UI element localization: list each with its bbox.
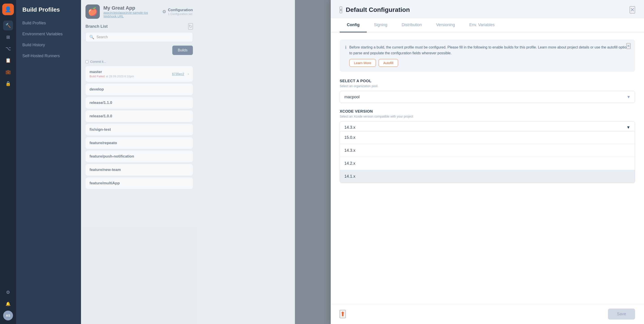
app-name: My Great App <box>104 5 148 11</box>
sidebar-item-build[interactable]: 🔨 <box>3 20 13 30</box>
branch-item-release-1-0-0[interactable]: release/1.0.0 <box>86 110 193 122</box>
xcode-label: XCODE VERSION <box>340 109 635 114</box>
search-icon: 🔍 <box>89 35 94 39</box>
nav-build-history[interactable]: Build History <box>16 39 81 50</box>
refresh-button[interactable]: ↻ <box>188 23 193 29</box>
branch-item-feature-repeato[interactable]: feature/repeato <box>86 137 193 149</box>
avatar[interactable]: AS <box>3 311 13 321</box>
main-content: Build Profiles Build Profiles Environmen… <box>16 0 644 324</box>
branch-name: master <box>90 70 134 74</box>
pool-sublabel: Select an organization pool. <box>340 84 635 88</box>
branch-name: fix/sign-test <box>90 127 111 132</box>
code-icon: ⌥ <box>5 46 11 52</box>
xcode-selected-value: 14.3.x <box>344 125 355 130</box>
xcode-section: XCODE VERSION Select an Xcode version co… <box>340 109 635 183</box>
xcode-option-14-3-x[interactable]: 14.3.x <box>340 144 635 157</box>
app-icon: 🍎 <box>86 4 100 19</box>
config-sub: 1 Configuration set <box>168 12 193 16</box>
builds-label: Builds <box>178 48 188 52</box>
autofill-button[interactable]: Autofill <box>378 59 398 67</box>
branch-item-fix-sign-test[interactable]: fix/sign-test <box>86 124 193 135</box>
pool-section: SELECT A POOL Select an organization poo… <box>340 79 635 103</box>
panel-title: Default Configuration <box>346 6 410 13</box>
pool-label: SELECT A POOL <box>340 79 635 83</box>
tab-distribution[interactable]: Distribution <box>394 18 429 32</box>
xcode-sublabel: Select an Xcode version compatible with … <box>340 115 635 118</box>
right-panel: ‹ Default Configuration ✕ Config Signing… <box>331 0 644 324</box>
info-icon: ℹ <box>345 45 346 50</box>
panel-footer: ⬆ Save <box>331 304 644 324</box>
sidebar-item-clipboard[interactable]: 📋 <box>3 55 13 65</box>
close-button[interactable]: ✕ <box>630 6 635 13</box>
branch-item-master[interactable]: master Build Failed at 28.09.2023 6:10pm… <box>86 66 193 82</box>
learn-more-button[interactable]: Learn More <box>349 59 376 67</box>
commit-hash[interactable]: 6735ec2 <box>172 72 184 76</box>
branch-name: release/1.1.0 <box>90 101 112 105</box>
commit-label: Commit it... <box>90 60 106 63</box>
banner-text: Before starting a build, the current pro… <box>349 44 630 56</box>
panel-header: ‹ Default Configuration ✕ <box>331 0 644 18</box>
branch-name: feature/repeato <box>90 141 117 145</box>
commit-checkbox[interactable] <box>86 60 88 63</box>
nav-self-hosted-runners[interactable]: Self-Hosted Runners <box>16 50 81 61</box>
briefcase-icon: 💼 <box>5 69 11 75</box>
xcode-dropdown-list: 15.0.x 14.3.x 14.2.x 14.1.x <box>340 131 635 183</box>
xcode-chevron-icon: ▼ <box>626 125 630 130</box>
branch-item-feature-push-notification[interactable]: feature/push-notification <box>86 151 193 162</box>
chevron-icon: › <box>188 72 189 76</box>
sidebar-item-code[interactable]: ⌥ <box>3 44 13 54</box>
branch-item-feature-new-team[interactable]: feature/new-team <box>86 164 193 176</box>
branch-name: feature/push-notification <box>90 154 134 159</box>
nav-build-profiles[interactable]: Build Profiles <box>16 18 81 29</box>
tab-versioning[interactable]: Versioning <box>429 18 462 32</box>
xcode-option-15-0-x[interactable]: 15.0.x <box>340 131 635 144</box>
app-webhook[interactable]: Webhook URL <box>104 14 148 18</box>
config-text: Configuration <box>168 8 193 12</box>
left-panel-title: Build Profiles <box>16 0 81 18</box>
right-panel-overlay: ‹ Default Configuration ✕ Config Signing… <box>295 0 644 324</box>
center-panel: 🍎 My Great App appcircleio/appcircle-sam… <box>81 0 197 324</box>
branch-name: feature/new-team <box>90 167 121 172</box>
branch-item-feature-multiapp[interactable]: feature/multiApp <box>86 177 193 189</box>
branch-item-release-1-1-0[interactable]: release/1.1.0 <box>86 97 193 109</box>
sidebar-item-briefcase[interactable]: 💼 <box>3 67 13 77</box>
clipboard-icon: 📋 <box>5 58 11 63</box>
branch-status: Build Failed <box>90 75 105 78</box>
back-button[interactable]: ‹ <box>340 6 342 13</box>
search-input[interactable] <box>96 35 189 39</box>
sidebar-item-settings[interactable]: ⚙ <box>3 287 13 297</box>
nav-env-variables[interactable]: Environment Variables <box>16 29 81 39</box>
app-logo: 👤 <box>2 3 14 15</box>
branch-item-develop[interactable]: develop <box>86 84 193 95</box>
app-header: 🍎 My Great App appcircleio/appcircle-sam… <box>86 4 193 19</box>
tab-config[interactable]: Config <box>340 18 367 32</box>
branch-name: develop <box>90 87 104 92</box>
tab-env-variables[interactable]: Env. Variables <box>462 18 502 32</box>
grid-icon: ⊞ <box>6 34 10 40</box>
sidebar-item-notifications[interactable]: 🔔 <box>3 299 13 309</box>
builds-button[interactable]: Builds <box>172 46 193 55</box>
tab-signing[interactable]: Signing <box>367 18 394 32</box>
build-icon: 🔨 <box>5 23 11 28</box>
commit-row: Commit it... <box>86 60 193 63</box>
app-info: My Great App appcircleio/appcircle-sampl… <box>104 5 148 18</box>
notification-icon: 🔔 <box>6 302 10 306</box>
branch-name: release/1.0.0 <box>90 114 112 118</box>
xcode-option-14-1-x[interactable]: 14.1.x <box>340 170 635 183</box>
pool-select[interactable]: macpool default-pool ios-pool <box>340 91 635 103</box>
sidebar-item-lock[interactable]: 🔒 <box>3 79 13 88</box>
panel-tabs: Config Signing Distribution Versioning E… <box>331 18 644 32</box>
download-icon: ⬆ <box>340 311 345 318</box>
branch-timestamp: at 28.09.2023 6:10pm <box>106 75 134 78</box>
save-button[interactable]: Save <box>608 309 635 320</box>
panel-content: ℹ Before starting a build, the current p… <box>331 32 644 304</box>
xcode-option-14-2-x[interactable]: 14.2.x <box>340 157 635 170</box>
banner-close-button[interactable]: ✕ <box>626 43 630 49</box>
sidebar-item-grid[interactable]: ⊞ <box>3 32 13 42</box>
branch-list-title: Branch List <box>86 24 108 29</box>
app-url[interactable]: appcircleio/appcircle-sample-ios <box>104 11 148 14</box>
search-box: 🔍 <box>86 32 193 42</box>
download-button[interactable]: ⬆ <box>340 310 346 318</box>
info-banner: ℹ Before starting a build, the current p… <box>340 39 635 72</box>
sidebar: 👤 🔨 ⊞ ⌥ 📋 💼 🔒 ⚙ 🔔 AS <box>0 0 16 324</box>
